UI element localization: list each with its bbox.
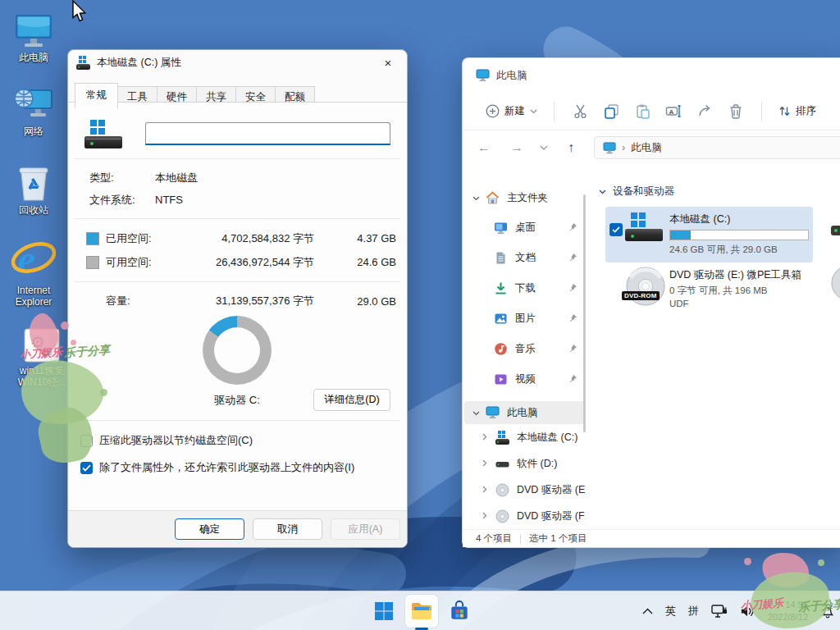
microsoft-store-taskbar-button[interactable]: [443, 595, 476, 628]
pin-icon: [568, 313, 578, 325]
group-header-devices[interactable]: 设备和驱动器: [599, 185, 840, 199]
breadcrumb-root[interactable]: 此电脑: [631, 141, 662, 155]
general-tab-page: 类型: 本地磁盘 文件系统: NTFS 已用空间: 4,702,584,832 …: [68, 102, 407, 510]
taskbar: 英 拼 14:55 2022/8/12 z: [0, 591, 840, 630]
delete-icon[interactable]: [720, 98, 751, 125]
tray-chevron-up-icon[interactable]: [642, 608, 653, 614]
cut-icon[interactable]: [564, 98, 596, 125]
dialog-titlebar[interactable]: 本地磁盘 (C:) 属性 ×: [68, 50, 407, 75]
sidebar-item-desktop[interactable]: 桌面: [464, 212, 586, 243]
index-checkbox-row[interactable]: 除了文件属性外，还允许索引此驱动器上文件的内容(I): [68, 460, 407, 475]
taskbar-center: [368, 595, 476, 628]
sidebar-scrollbar[interactable]: [583, 194, 586, 432]
separator: [75, 281, 400, 282]
pin-icon: [568, 222, 578, 234]
file-explorer-taskbar-button[interactable]: [405, 595, 438, 628]
used-space-size: 4.37 GB: [321, 232, 396, 244]
selection-checkbox[interactable]: [609, 223, 623, 236]
used-space-bytes: 4,702,584,832 字节: [183, 231, 314, 246]
sidebar-item-dvd-e[interactable]: DVD 驱动器 (E:): [464, 477, 586, 503]
up-icon[interactable]: ↑: [561, 140, 581, 155]
dvd-icon: DVD-ROM: [625, 266, 664, 300]
taskbar-clock[interactable]: 14:55 2022/8/12: [768, 599, 808, 623]
type-value: 本地磁盘: [155, 171, 407, 185]
copy-icon[interactable]: [596, 98, 627, 125]
chevron-right-icon[interactable]: [482, 458, 495, 469]
system-tray: 英 拼 14:55 2022/8/12 z: [642, 591, 835, 630]
desktop-icon-label: Internet Explorer: [7, 285, 61, 308]
ok-button[interactable]: 确定: [175, 518, 244, 540]
sidebar-item-pictures[interactable]: 图片: [464, 304, 586, 334]
start-button[interactable]: [368, 595, 400, 628]
chevron-right-icon[interactable]: [482, 484, 495, 495]
history-chevron-icon[interactable]: [540, 145, 548, 151]
sidebar-item-music[interactable]: 音乐: [464, 334, 586, 364]
index-checkbox[interactable]: [80, 462, 93, 474]
dialog-title: 本地磁盘 (C:) 属性: [97, 56, 369, 70]
free-space-swatch: [86, 256, 99, 269]
sidebar-item-videos[interactable]: 视频: [464, 364, 586, 395]
compress-checkbox-label: 压缩此驱动器以节约磁盘空间(C): [99, 433, 253, 448]
volume-label-input[interactable]: [145, 122, 390, 145]
chevron-down-icon[interactable]: [472, 192, 486, 203]
address-bar[interactable]: › 此电脑: [594, 136, 840, 159]
back-icon[interactable]: ←: [474, 140, 494, 155]
svg-text:⚙: ⚙: [40, 345, 51, 358]
volume-icon[interactable]: [740, 605, 756, 618]
home-icon: [486, 191, 500, 205]
sidebar-item-dvd-f[interactable]: DVD 驱动器 (F:): [464, 503, 586, 529]
toolbar-divider: [554, 102, 555, 121]
desktop-icon-recycle-bin[interactable]: 回收站: [7, 162, 61, 216]
compress-checkbox-row[interactable]: 压缩此驱动器以节约磁盘空间(C): [68, 433, 407, 448]
clock-time: 14:55: [768, 599, 808, 611]
desktop-icon-label: 网络: [7, 126, 61, 137]
sidebar-item-drive-d[interactable]: 软件 (D:): [464, 450, 586, 477]
downloads-folder-icon: [494, 281, 508, 295]
sidebar-item-local-disk-c[interactable]: 本地磁盘 (C:): [464, 424, 586, 450]
desktop-icon-internet-explorer[interactable]: e Internet Explorer: [7, 235, 61, 308]
cancel-button[interactable]: 取消: [253, 518, 322, 540]
ime-language-indicator[interactable]: 英: [665, 604, 676, 619]
desktop-icon-win11-restore[interactable]: ⚙⚙ win11恢复 WIN10经...: [15, 326, 69, 389]
capacity-bar: [669, 230, 809, 240]
paste-icon[interactable]: [627, 98, 658, 125]
capacity-size: 29.0 GB: [321, 295, 396, 308]
sidebar-item-this-pc[interactable]: 此电脑: [464, 401, 586, 424]
sort-button[interactable]: 排序: [772, 99, 823, 123]
desktop-icon-label: 此电脑: [7, 52, 61, 63]
ime-mode-indicator[interactable]: 拼: [688, 604, 699, 619]
desktop-icon-network[interactable]: 网络: [7, 84, 61, 137]
tab-general[interactable]: 常规: [75, 83, 118, 109]
dvd-icon: [495, 483, 509, 497]
forward-icon[interactable]: →: [507, 140, 527, 155]
sidebar-item-downloads[interactable]: 下载: [464, 273, 586, 304]
network-icon[interactable]: [711, 604, 728, 619]
chevron-right-icon[interactable]: [482, 510, 495, 522]
new-button[interactable]: 新建: [479, 99, 544, 123]
sidebar-item-home[interactable]: 主文件夹: [464, 183, 586, 212]
drive-icon: [76, 56, 90, 70]
separator: [75, 420, 400, 421]
share-icon[interactable]: [689, 98, 720, 125]
explorer-title: 此电脑: [496, 69, 527, 83]
close-icon[interactable]: ×: [369, 50, 407, 75]
apply-button[interactable]: 应用(A): [331, 518, 400, 540]
compress-checkbox[interactable]: [80, 435, 93, 447]
file-explorer-icon: [410, 601, 433, 621]
details-button[interactable]: 详细信息(D): [313, 389, 390, 411]
desktop-icon-this-pc[interactable]: 此电脑: [7, 10, 61, 63]
chevron-down-icon: [530, 109, 537, 114]
explorer-titlebar[interactable]: 此电脑: [463, 58, 840, 93]
file-explorer-window: 此电脑 新建 A 排序 ←: [462, 57, 840, 548]
chevron-right-icon[interactable]: [482, 431, 495, 443]
free-space-label: 可用空间:: [106, 255, 176, 270]
system-drive-icon: [625, 212, 664, 247]
drive-item-dvd-e[interactable]: DVD-ROM DVD 驱动器 (E:) 微PE工具箱 0 字节 可用, 共 1…: [605, 262, 813, 317]
notification-bell-sleep-icon[interactable]: z: [820, 604, 835, 619]
index-checkbox-label: 除了文件属性外，还允许索引此驱动器上文件的内容(I): [99, 460, 354, 475]
sidebar-item-documents[interactable]: 文档: [464, 243, 586, 273]
item-count: 4 个项目: [476, 532, 512, 545]
rename-icon[interactable]: A: [658, 98, 689, 125]
drive-item-c[interactable]: 本地磁盘 (C:) 24.6 GB 可用, 共 29.0 GB: [605, 207, 813, 262]
chevron-down-icon[interactable]: [472, 407, 486, 418]
